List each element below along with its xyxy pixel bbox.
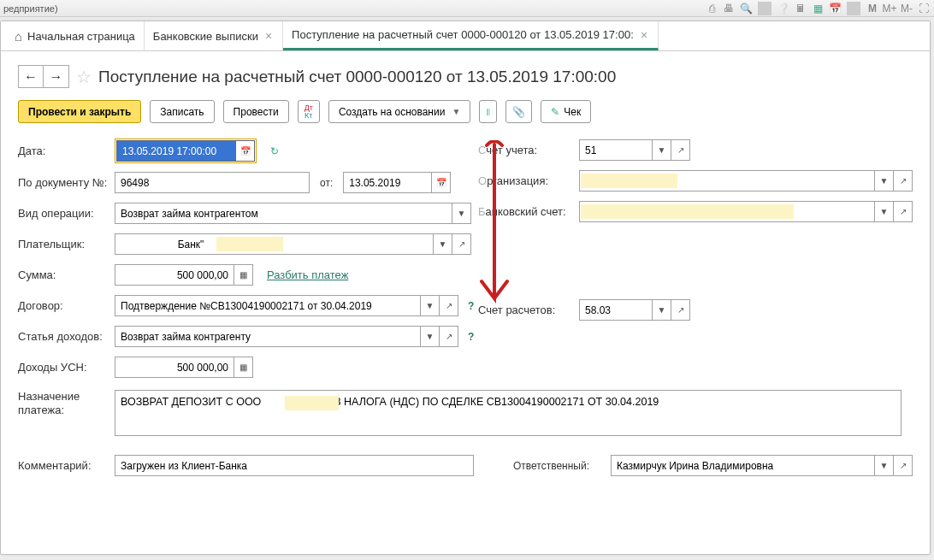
calc-picker-icon[interactable]: ▦ xyxy=(234,357,253,378)
split-payment-link[interactable]: Разбить платеж xyxy=(267,268,348,281)
dropdown-icon[interactable]: ▼ xyxy=(875,201,894,222)
from-label: от: xyxy=(320,177,333,189)
open-icon[interactable]: ↗ xyxy=(440,295,458,316)
attach-button[interactable]: 📎 xyxy=(505,100,532,123)
contract-label: Договор: xyxy=(18,299,108,312)
open-icon[interactable]: ↗ xyxy=(894,170,913,192)
title-bar: редприятие) ⎙ 🖶 🔍 ❔ 🖩 ▦ 📅 M M+ M- ⛶ xyxy=(0,0,934,17)
calc-picker-icon[interactable]: ▦ xyxy=(234,264,253,286)
m-plus-icon[interactable]: M+ xyxy=(883,2,896,15)
calcacc-label: Счет расчетов: xyxy=(478,304,572,316)
tab-bank-label: Банковские выписки xyxy=(153,30,258,43)
favorite-icon[interactable]: ☆ xyxy=(76,67,92,87)
tab-current-label: Поступление на расчетный счет 0000-00012… xyxy=(292,28,634,41)
calcacc-input[interactable] xyxy=(579,299,653,321)
date-label: Дата: xyxy=(18,144,108,157)
tab-bank-statements[interactable]: Банковские выписки × xyxy=(145,21,283,50)
check-button[interactable]: ✎Чек xyxy=(541,100,591,123)
purpose-textarea[interactable] xyxy=(115,390,901,436)
sum-input[interactable] xyxy=(115,264,234,286)
tab-bar: ⌂ Начальная страница Банковские выписки … xyxy=(1,21,930,51)
m-icon[interactable]: M xyxy=(866,2,879,15)
calc-icon[interactable]: 🖩 xyxy=(794,2,807,15)
refresh-icon[interactable]: ↻ xyxy=(270,145,279,157)
dropdown-icon[interactable]: ▼ xyxy=(434,233,452,255)
document-toolbar: Провести и закрыть Записать Провести ДтК… xyxy=(18,100,913,123)
responsible-input[interactable] xyxy=(611,455,875,476)
open-icon[interactable]: ↗ xyxy=(671,139,690,161)
dropdown-icon[interactable]: ▼ xyxy=(653,139,671,161)
purpose-label: Назначениеплатежа: xyxy=(18,390,108,416)
create-based-on-button[interactable]: Создать на основании▼ xyxy=(328,100,470,123)
docnum-label: По документу №: xyxy=(18,176,108,189)
structure-button[interactable]: ⫴ xyxy=(479,100,497,123)
dropdown-icon[interactable]: ▼ xyxy=(421,295,440,316)
post-and-close-button[interactable]: Провести и закрыть xyxy=(18,100,141,123)
comment-input[interactable] xyxy=(115,455,474,476)
write-button[interactable]: Записать xyxy=(150,100,214,123)
account-label: Счет учета: xyxy=(478,144,572,156)
tab-home[interactable]: ⌂ Начальная страница xyxy=(6,21,145,50)
docnum-input[interactable] xyxy=(115,172,310,193)
forward-button[interactable]: → xyxy=(44,65,69,88)
open-icon[interactable]: ↗ xyxy=(894,455,913,476)
app-title: редприятие) xyxy=(3,3,58,14)
close-icon[interactable]: × xyxy=(639,28,649,42)
print2-icon[interactable]: 🖶 xyxy=(722,2,736,15)
titlebar-toolbar: ⎙ 🖶 🔍 ❔ 🖩 ▦ 📅 M M+ M- ⛶ xyxy=(705,2,931,15)
open-icon[interactable]: ↗ xyxy=(440,326,458,347)
payer-label: Плательщик: xyxy=(18,238,108,251)
bankacc-label: Банковский счет: xyxy=(478,205,572,218)
tab-home-label: Начальная страница xyxy=(27,30,135,43)
dropdown-icon[interactable]: ▼ xyxy=(875,455,894,476)
dropdown-icon[interactable]: ▼ xyxy=(421,326,440,347)
usn-input[interactable] xyxy=(115,357,234,378)
account-input[interactable] xyxy=(579,139,653,161)
open-icon[interactable]: ↗ xyxy=(894,201,913,222)
open-icon[interactable]: ↗ xyxy=(671,299,690,321)
comment-label: Комментарий: xyxy=(18,459,108,472)
tab-current-doc[interactable]: Поступление на расчетный счет 0000-00012… xyxy=(283,21,659,50)
docdate-input[interactable] xyxy=(343,172,432,193)
page-title: Поступление на расчетный счет 0000-00012… xyxy=(98,68,616,86)
optype-label: Вид операции: xyxy=(18,207,108,220)
date-input[interactable] xyxy=(116,140,236,162)
calendar-icon[interactable]: ▦ xyxy=(811,2,825,15)
income-item-input[interactable] xyxy=(115,326,421,347)
calendar-picker-icon[interactable]: 📅 xyxy=(236,140,255,162)
dropdown-icon[interactable]: ▼ xyxy=(452,203,471,224)
expand-icon[interactable]: ⛶ xyxy=(917,2,931,15)
contract-input[interactable] xyxy=(115,295,421,316)
close-icon[interactable]: × xyxy=(263,29,274,43)
dt-kt-button[interactable]: ДтКт xyxy=(298,100,320,123)
income-item-label: Статья доходов: xyxy=(18,330,108,343)
back-button[interactable]: ← xyxy=(18,65,44,88)
search-icon[interactable]: 🔍 xyxy=(739,2,753,15)
m-minus-icon[interactable]: M- xyxy=(900,2,913,15)
org-label: Организация: xyxy=(478,174,572,187)
optype-input[interactable] xyxy=(115,203,452,224)
open-icon[interactable]: ↗ xyxy=(452,233,471,255)
date-icon[interactable]: 📅 xyxy=(828,2,842,15)
home-icon: ⌂ xyxy=(15,29,22,44)
post-button[interactable]: Провести xyxy=(223,100,289,123)
dropdown-icon[interactable]: ▼ xyxy=(653,299,671,321)
help-icon[interactable]: ? xyxy=(465,300,476,312)
dropdown-icon[interactable]: ▼ xyxy=(875,170,894,192)
form-body: Дата: 📅 ↻ По документу №: от: xyxy=(18,139,913,477)
calendar-picker-icon[interactable]: 📅 xyxy=(432,172,451,193)
help-icon[interactable]: ? xyxy=(465,331,476,343)
responsible-label: Ответственный: xyxy=(513,460,604,472)
usn-label: Доходы УСН: xyxy=(18,361,108,374)
help-icon[interactable]: ❔ xyxy=(777,2,790,15)
sum-label: Сумма: xyxy=(18,268,108,281)
print-icon[interactable]: ⎙ xyxy=(705,2,718,15)
